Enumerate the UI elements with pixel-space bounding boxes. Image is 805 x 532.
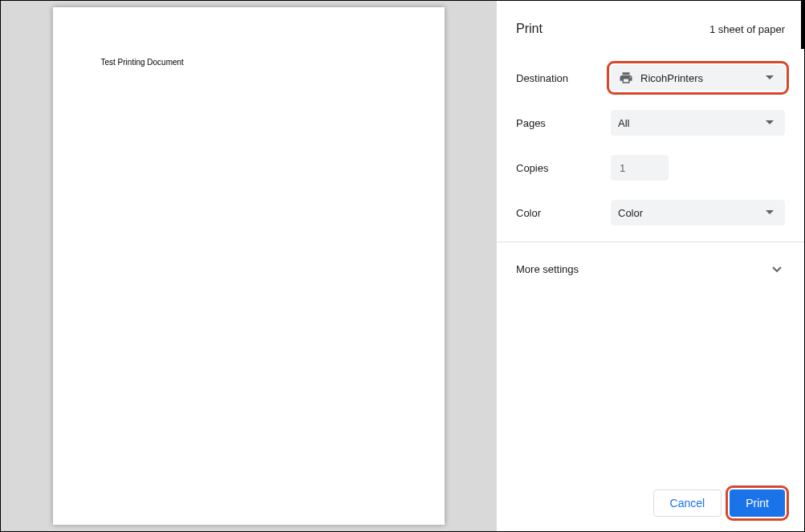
divider [497, 242, 804, 242]
chevron-down-icon [762, 75, 778, 80]
pages-label: Pages [516, 117, 611, 129]
pages-control: All [611, 110, 785, 136]
pages-select[interactable]: All [611, 110, 785, 136]
panel-scrollbar[interactable] [801, 1, 804, 49]
print-button[interactable]: Print [730, 489, 785, 517]
print-dialog: Test Printing Document Print 1 sheet of … [1, 1, 804, 531]
chevron-down-icon [762, 120, 778, 125]
printer-icon [618, 70, 634, 86]
destination-value: RicohPrinters [640, 72, 762, 84]
panel-title: Print [516, 22, 543, 36]
panel-header: Print 1 sheet of paper [497, 1, 804, 55]
copies-input[interactable]: 1 [611, 155, 669, 181]
print-settings-panel: Print 1 sheet of paper Destination Ricoh… [496, 1, 804, 531]
setting-copies: Copies 1 [516, 145, 785, 190]
destination-label: Destination [516, 72, 611, 84]
color-select[interactable]: Color [611, 200, 785, 225]
more-settings-toggle[interactable]: More settings [497, 249, 804, 290]
color-value: Color [618, 207, 762, 219]
cancel-button[interactable]: Cancel [653, 489, 722, 517]
settings-list: Destination RicohPrinters [497, 55, 804, 235]
pages-value: All [618, 117, 762, 129]
sheet-count-info: 1 sheet of paper [709, 23, 785, 35]
color-control: Color [611, 200, 785, 225]
more-settings-label: More settings [516, 263, 579, 275]
setting-destination: Destination RicohPrinters [516, 55, 785, 100]
preview-document-text: Test Printing Document [101, 58, 184, 67]
dialog-footer: Cancel Print [497, 477, 804, 531]
copies-control: 1 [611, 155, 785, 181]
chevron-down-icon [762, 210, 778, 215]
color-label: Color [516, 207, 611, 219]
destination-control: RicohPrinters [611, 65, 785, 91]
setting-color: Color Color [516, 190, 785, 235]
chevron-down-icon [769, 266, 785, 273]
copies-value: 1 [620, 162, 625, 174]
destination-select[interactable]: RicohPrinters [611, 65, 785, 91]
print-preview-area: Test Printing Document [1, 1, 496, 531]
preview-page: Test Printing Document [53, 7, 445, 525]
setting-pages: Pages All [516, 100, 785, 145]
copies-label: Copies [516, 162, 611, 174]
